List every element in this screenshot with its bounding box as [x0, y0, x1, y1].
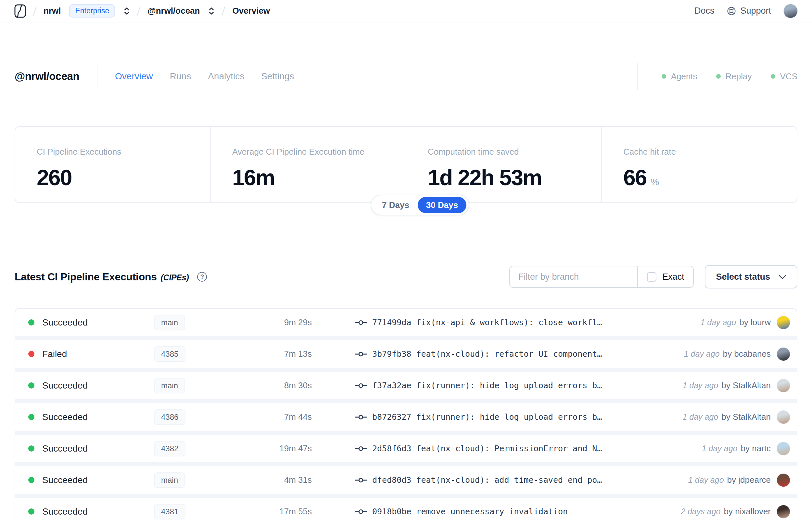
- branch-badge[interactable]: 4381: [154, 504, 185, 520]
- time-ago: 1 day ago: [684, 349, 720, 359]
- git-commit-icon: [355, 318, 367, 327]
- commit-message[interactable]: f37a32ae fix(runner): hide log upload er…: [372, 381, 602, 390]
- row-meta: 1 day ago by lourw: [700, 316, 790, 329]
- branch-cell: main: [149, 472, 253, 488]
- author-avatar[interactable]: [777, 410, 790, 424]
- tab-settings[interactable]: Settings: [261, 71, 294, 81]
- org-switcher-chevron-icon[interactable]: [123, 6, 130, 16]
- help-icon[interactable]: ?: [197, 272, 207, 282]
- row-meta: 2 days ago by nixallover: [681, 505, 790, 519]
- author-label: by jdpearce: [727, 475, 771, 485]
- cipe-row[interactable]: Succeeded 4381 17m 55s 0918b0be remove u…: [15, 498, 797, 525]
- support-label: Support: [740, 6, 771, 16]
- author-label: by StalkAltan: [721, 380, 771, 390]
- author-label: by nartc: [741, 444, 771, 453]
- stat-computation-time-saved: Computation time saved 1d 22h 53m: [406, 127, 601, 202]
- status-select-label: Select status: [716, 272, 770, 282]
- branch-cell: main: [149, 315, 253, 330]
- commit-message[interactable]: 3b79fb38 feat(nx-cloud): refactor UI com…: [372, 349, 602, 359]
- author-label: by StalkAltan: [721, 412, 771, 422]
- commit-message[interactable]: 2d58f6d3 feat(nx-cloud): PermissionError…: [372, 444, 602, 453]
- breadcrumb-org[interactable]: nrwl: [44, 6, 61, 16]
- nx-cloud-logo[interactable]: [14, 4, 26, 18]
- cipe-row[interactable]: Succeeded main 8m 30s f37a32ae fix(runne…: [15, 372, 797, 399]
- cipe-duration: 17m 55s: [253, 507, 312, 516]
- cipe-row[interactable]: Succeeded main 4m 31s dfed80d3 feat(nx-c…: [15, 466, 797, 494]
- branch-cell: 4381: [149, 504, 253, 520]
- author-avatar[interactable]: [777, 347, 790, 361]
- commit-message[interactable]: dfed80d3 feat(nx-cloud): add time-saved …: [372, 475, 602, 485]
- branch-badge[interactable]: main: [154, 472, 185, 488]
- range-7-days[interactable]: 7 Days: [373, 197, 418, 213]
- row-meta: 1 day ago by bcabanes: [684, 347, 790, 361]
- cipe-duration: 4m 31s: [253, 475, 312, 485]
- exact-filter: Exact: [637, 266, 693, 287]
- exact-label: Exact: [662, 272, 684, 282]
- cipe-status: Succeeded: [42, 507, 149, 517]
- commit-cell: dfed80d3 feat(nx-cloud): add time-saved …: [355, 475, 602, 485]
- time-ago: 2 days ago: [681, 507, 720, 516]
- support-link[interactable]: Support: [726, 6, 771, 16]
- cipe-status: Succeeded: [42, 380, 149, 391]
- cipe-table: Succeeded main 9m 29s 771499da fix(nx-ap…: [15, 308, 797, 525]
- chevron-down-icon: [779, 274, 786, 280]
- author-avatar[interactable]: [777, 473, 790, 487]
- author-avatar[interactable]: [777, 379, 790, 392]
- row-meta: 1 day ago by jdpearce: [688, 473, 790, 487]
- branch-badge[interactable]: main: [154, 315, 185, 330]
- branch-badge[interactable]: 4382: [154, 441, 185, 456]
- time-ago: 1 day ago: [683, 381, 718, 390]
- cipe-status: Succeeded: [42, 444, 149, 454]
- cipe-row[interactable]: Succeeded main 9m 29s 771499da fix(nx-ap…: [15, 309, 797, 336]
- cipe-duration: 9m 29s: [253, 317, 312, 328]
- topbar-actions: Docs Support: [694, 4, 798, 18]
- section-title-suffix: (CIPEs): [161, 273, 189, 282]
- filters: Exact Select status: [509, 265, 797, 288]
- status-dot: [28, 382, 34, 389]
- author-avatar[interactable]: [777, 442, 790, 455]
- cipe-duration: 7m 44s: [253, 412, 312, 422]
- feature-label: Replay: [725, 72, 752, 81]
- exact-checkbox[interactable]: [647, 272, 656, 282]
- tab-overview[interactable]: Overview: [115, 71, 153, 81]
- tab-runs[interactable]: Runs: [170, 71, 191, 81]
- branch-filter-input[interactable]: [510, 266, 637, 287]
- feature-label: VCS: [780, 72, 797, 81]
- time-ago: 1 day ago: [683, 412, 718, 422]
- cipe-row[interactable]: Succeeded 4382 19m 47s 2d58f6d3 feat(nx-…: [15, 435, 797, 462]
- breadcrumb-workspace[interactable]: @nrwl/ocean: [148, 6, 200, 16]
- tab-analytics[interactable]: Analytics: [208, 71, 244, 81]
- author-avatar[interactable]: [777, 316, 790, 329]
- cipe-row[interactable]: Succeeded 4386 7m 44s b8726327 fix(runne…: [15, 403, 797, 431]
- workspace-header: @nrwl/ocean Overview Runs Analytics Sett…: [15, 64, 797, 89]
- workspace-switcher-chevron-icon[interactable]: [208, 6, 215, 16]
- feature-status-group: Agents Replay VCS: [637, 63, 797, 90]
- feature-replay: Replay: [716, 72, 752, 81]
- status-dot-icon: [771, 74, 775, 79]
- cipe-duration: 7m 13s: [253, 349, 312, 359]
- commit-message[interactable]: 0918b0be remove unnecessary invalidation: [372, 507, 568, 516]
- cipe-row[interactable]: Failed 4385 7m 13s 3b79fb38 feat(nx-clou…: [15, 340, 797, 368]
- workspace-tabs: Overview Runs Analytics Settings: [115, 71, 294, 81]
- branch-badge[interactable]: 4385: [154, 346, 185, 362]
- cipe-status: Succeeded: [42, 475, 149, 485]
- branch-badge[interactable]: 4386: [154, 409, 185, 425]
- stat-ci-pipeline-executions: CI Pipeline Executions 260: [15, 127, 210, 202]
- author-avatar[interactable]: [777, 505, 790, 519]
- branch-badge[interactable]: main: [154, 378, 185, 393]
- status-dot-icon: [662, 74, 666, 79]
- commit-message[interactable]: 771499da fix(nx-api & workflows): close …: [372, 318, 602, 327]
- commit-cell: 0918b0be remove unnecessary invalidation: [355, 507, 568, 516]
- stats-cards: CI Pipeline Executions 260 Average CI Pi…: [15, 126, 797, 203]
- stat-cache-hit-rate: Cache hit rate 66 %: [601, 127, 797, 202]
- git-commit-icon: [355, 381, 367, 390]
- status-select-dropdown[interactable]: Select status: [705, 265, 797, 288]
- section-title-text: Latest CI Pipeline Executions: [15, 271, 157, 283]
- status-dot: [28, 319, 34, 326]
- range-30-days[interactable]: 30 Days: [418, 197, 466, 213]
- docs-link[interactable]: Docs: [694, 6, 715, 16]
- commit-message[interactable]: b8726327 fix(runner): hide log upload er…: [372, 412, 602, 422]
- feature-vcs: VCS: [771, 72, 797, 81]
- user-avatar[interactable]: [783, 4, 798, 18]
- stat-value: 66: [623, 165, 647, 190]
